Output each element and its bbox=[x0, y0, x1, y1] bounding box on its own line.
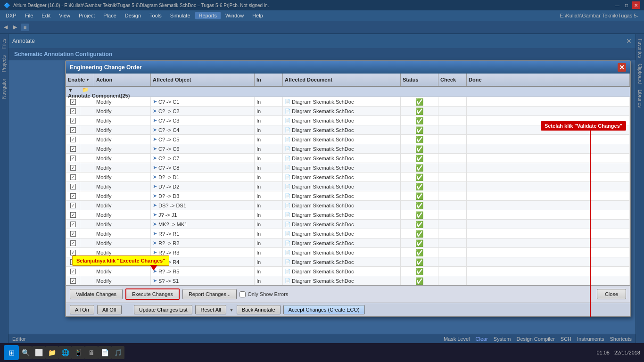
validate-changes-btn[interactable]: Validate Changes bbox=[70, 289, 123, 299]
row-checkbox-cell[interactable] bbox=[66, 210, 80, 219]
sidebar-tab-projects[interactable]: Projects bbox=[0, 52, 8, 75]
menu-simulate[interactable]: Simulate bbox=[166, 12, 194, 19]
row-checkbox-cell[interactable] bbox=[66, 135, 80, 144]
row-checkbox[interactable] bbox=[70, 222, 76, 227]
row-checkbox-cell[interactable] bbox=[66, 107, 80, 115]
row-checkbox-cell[interactable] bbox=[66, 220, 80, 229]
row-checkbox-cell[interactable] bbox=[66, 125, 80, 134]
taskbar-search[interactable]: 🔍 bbox=[19, 346, 32, 359]
menu-window[interactable]: Window bbox=[222, 12, 248, 19]
col-in: In bbox=[255, 74, 283, 86]
reset-all-btn[interactable]: Reset All bbox=[195, 305, 226, 314]
row-checkbox-cell[interactable] bbox=[66, 229, 80, 238]
row-message bbox=[467, 276, 630, 285]
execute-changes-btn[interactable]: Execute Changes bbox=[125, 288, 180, 300]
accept-changes-btn[interactable]: Accept Changes (Create ECO) bbox=[283, 305, 365, 314]
all-on-btn[interactable]: All On bbox=[70, 305, 94, 314]
menu-dxp[interactable]: DXP bbox=[2, 12, 20, 19]
row-checkbox[interactable] bbox=[70, 278, 76, 284]
taskbar-task-view[interactable]: ⬜ bbox=[32, 346, 45, 359]
row-checkbox[interactable] bbox=[70, 108, 76, 114]
row-checkbox-cell[interactable] bbox=[66, 116, 80, 125]
annotate-close-btn[interactable]: ✕ bbox=[626, 37, 632, 45]
group-row: ▼ 📁 Annotate Component(25) bbox=[66, 87, 630, 97]
row-done bbox=[438, 248, 467, 257]
menu-design[interactable]: Design bbox=[121, 12, 145, 19]
report-changes-btn[interactable]: Report Changes... bbox=[182, 289, 237, 299]
row-checkbox-cell[interactable] bbox=[66, 267, 80, 276]
taskbar-file-explorer[interactable]: 📁 bbox=[45, 346, 58, 359]
row-checkbox[interactable] bbox=[70, 203, 76, 208]
row-action: Modify bbox=[94, 210, 151, 219]
sidebar-tab-favorites[interactable]: Favorites bbox=[636, 36, 644, 61]
row-checkbox[interactable] bbox=[70, 269, 76, 274]
taskbar-browser[interactable]: 🌐 bbox=[58, 346, 72, 359]
row-checkbox-cell[interactable] bbox=[66, 144, 80, 153]
sidebar-tab-files[interactable]: Files bbox=[0, 36, 8, 51]
menu-file[interactable]: File bbox=[21, 12, 37, 19]
sidebar-tab-clipboard[interactable]: Clipboard bbox=[636, 61, 644, 87]
maximize-btn[interactable]: □ bbox=[622, 1, 631, 9]
menu-reports[interactable]: Reports bbox=[195, 12, 221, 19]
row-checkbox-cell[interactable] bbox=[66, 154, 80, 163]
menu-tools[interactable]: Tools bbox=[146, 12, 165, 19]
toolbar-btn-1[interactable]: ◀ bbox=[2, 23, 9, 31]
row-check: ✅ bbox=[401, 163, 438, 172]
col-enable: Enable ▼ bbox=[66, 74, 80, 86]
toolbar-btn-2[interactable]: ▶ bbox=[11, 23, 19, 31]
row-checkbox[interactable] bbox=[70, 137, 76, 142]
row-check: ✅ bbox=[401, 239, 438, 247]
close-btn[interactable]: ✕ bbox=[632, 1, 640, 9]
toolbar-btn-3[interactable]: ≡ bbox=[21, 24, 29, 31]
group-collapse[interactable]: ▼ bbox=[66, 87, 80, 93]
row-checkbox[interactable] bbox=[70, 127, 76, 133]
update-changes-btn[interactable]: Update Changes List bbox=[134, 305, 193, 314]
row-checkbox[interactable] bbox=[70, 146, 76, 152]
taskbar-app[interactable]: 📱 bbox=[72, 346, 85, 359]
only-show-errors-checkbox[interactable] bbox=[239, 291, 246, 297]
start-button[interactable]: ⊞ bbox=[4, 345, 19, 360]
taskbar-app2[interactable]: 🖥 bbox=[85, 346, 98, 359]
row-checkbox[interactable] bbox=[70, 165, 76, 171]
row-checkbox[interactable] bbox=[70, 240, 76, 246]
object-arrow-icon: ➤ bbox=[153, 99, 157, 105]
row-checkbox-cell[interactable] bbox=[66, 239, 80, 247]
all-off-btn[interactable]: All Off bbox=[97, 305, 122, 314]
row-checkbox[interactable] bbox=[70, 156, 76, 161]
row-checkbox-cell[interactable] bbox=[66, 163, 80, 172]
close-btn-bottom[interactable]: Close bbox=[597, 289, 626, 299]
row-checkbox[interactable] bbox=[70, 184, 76, 189]
menu-view[interactable]: View bbox=[55, 12, 74, 19]
back-annotate-btn[interactable]: Back Annotate bbox=[237, 305, 281, 314]
eco-bottom-buttons: Validate Changes Execute Changes Report … bbox=[66, 285, 630, 303]
menu-help[interactable]: Help bbox=[248, 12, 267, 19]
row-checkbox[interactable] bbox=[70, 174, 76, 180]
row-checkbox-cell[interactable] bbox=[66, 173, 80, 181]
menu-place[interactable]: Place bbox=[99, 12, 120, 19]
row-checkbox-cell[interactable] bbox=[66, 276, 80, 285]
row-checkbox-cell[interactable] bbox=[66, 201, 80, 210]
row-checkbox[interactable] bbox=[70, 118, 76, 123]
row-in: In bbox=[255, 229, 283, 238]
row-checkbox[interactable] bbox=[70, 99, 76, 105]
eco-dialog-close[interactable]: ✕ bbox=[618, 63, 626, 72]
minimize-btn[interactable]: — bbox=[613, 1, 621, 9]
shortcuts-label[interactable]: Shortcuts bbox=[610, 336, 632, 342]
row-checkbox[interactable] bbox=[70, 193, 76, 199]
menu-edit[interactable]: Edit bbox=[38, 12, 54, 19]
taskbar-app3[interactable]: 📄 bbox=[98, 346, 111, 359]
row-checkbox-cell[interactable] bbox=[66, 182, 80, 191]
clear-label[interactable]: Clear bbox=[476, 336, 488, 342]
row-doc: 📄Diagram Skematik.SchDoc bbox=[283, 257, 401, 266]
row-checkbox-cell[interactable] bbox=[66, 191, 80, 200]
sac-title: Schematic Annotation Configuration bbox=[14, 51, 112, 58]
object-arrow-icon: ➤ bbox=[153, 146, 157, 152]
row-checkbox[interactable] bbox=[70, 231, 76, 237]
row-checkbox[interactable] bbox=[70, 212, 76, 218]
menu-project[interactable]: Project bbox=[75, 12, 99, 19]
taskbar-app4[interactable]: 🎵 bbox=[111, 346, 124, 359]
sidebar-tab-navigator[interactable]: Navigator bbox=[0, 76, 8, 102]
row-checkbox-cell[interactable] bbox=[66, 97, 80, 106]
row-checkbox[interactable] bbox=[70, 250, 76, 255]
sidebar-tab-libraries[interactable]: Libraries bbox=[636, 87, 644, 110]
